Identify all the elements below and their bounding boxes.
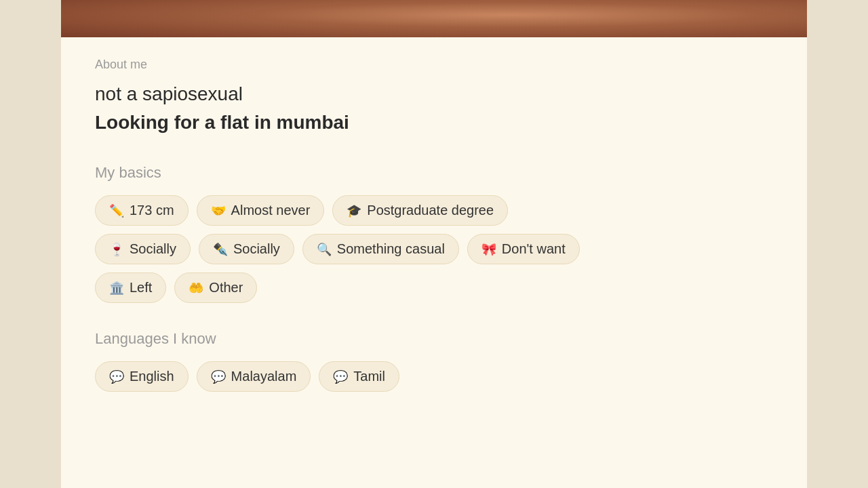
tag-religion-label: Other xyxy=(209,280,243,296)
basics-tags-row-2: 🍷 Socially ✒️ Socially 🔍 Something casua… xyxy=(95,234,773,264)
languages-section: Languages I know 💬 English 💬 Malayalam 💬… xyxy=(95,330,773,392)
tag-tamil: 💬 Tamil xyxy=(319,361,399,392)
tag-drinking: 🤝 Almost never xyxy=(197,195,325,226)
languages-title: Languages I know xyxy=(95,330,773,348)
tag-malayalam-label: Malayalam xyxy=(231,369,297,384)
tag-height: ✏️ 173 cm xyxy=(95,195,189,226)
tag-english-label: English xyxy=(130,369,174,384)
pencil-icon: ✏️ xyxy=(109,203,124,218)
page-container: About me not a sapiosexual Looking for a… xyxy=(61,0,807,488)
tag-english: 💬 English xyxy=(95,361,189,392)
tag-smoking: ✒️ Socially xyxy=(199,234,294,264)
tag-politics: 🏛️ Left xyxy=(95,272,166,303)
main-content: About me not a sapiosexual Looking for a… xyxy=(61,37,807,432)
tag-education: 🎓 Postgraduate degree xyxy=(332,195,508,226)
tag-tamil-label: Tamil xyxy=(353,369,385,384)
about-label: About me xyxy=(95,58,773,72)
handshake-icon: 🤝 xyxy=(211,203,226,218)
tag-education-label: Postgraduate degree xyxy=(367,203,494,218)
about-line2-strong: Looking for a flat in mumbai xyxy=(95,112,349,133)
tag-religion: 🤲 Other xyxy=(174,272,257,303)
tag-politics-label: Left xyxy=(130,280,152,296)
hero-image xyxy=(61,0,807,37)
pen-icon: ✒️ xyxy=(213,242,228,257)
basics-tags-row-3: 🏛️ Left 🤲 Other xyxy=(95,272,773,303)
tag-looking-for: 🔍 Something casual xyxy=(302,234,459,264)
wine-icon: 🍷 xyxy=(109,242,124,257)
tag-alcohol: 🍷 Socially xyxy=(95,234,191,264)
chat-icon-tamil: 💬 xyxy=(333,369,348,384)
tag-looking-for-label: Something casual xyxy=(337,241,445,257)
language-tags-row: 💬 English 💬 Malayalam 💬 Tamil xyxy=(95,361,773,392)
basics-title: My basics xyxy=(95,164,773,182)
tag-kids: 🎀 Don't want xyxy=(467,234,580,264)
hands-icon: 🤲 xyxy=(189,281,203,296)
search-icon: 🔍 xyxy=(317,242,332,257)
tag-malayalam: 💬 Malayalam xyxy=(197,361,311,392)
ribbon-icon: 🎀 xyxy=(481,242,496,257)
tag-smoking-label: Socially xyxy=(233,241,280,257)
chat-icon-english: 💬 xyxy=(109,369,124,384)
about-text: not a sapiosexual Looking for a flat in … xyxy=(95,80,773,137)
about-line2: Looking for a flat in mumbai xyxy=(95,108,773,137)
chat-icon-malayalam: 💬 xyxy=(211,369,226,384)
tag-alcohol-label: Socially xyxy=(130,241,176,257)
basics-section: My basics ✏️ 173 cm 🤝 Almost never 🎓 Pos… xyxy=(95,164,773,303)
basics-tags-row-1: ✏️ 173 cm 🤝 Almost never 🎓 Postgraduate … xyxy=(95,195,773,226)
bank-icon: 🏛️ xyxy=(109,281,124,296)
about-line1: not a sapiosexual xyxy=(95,80,773,108)
tag-drinking-label: Almost never xyxy=(231,203,311,218)
about-section: About me not a sapiosexual Looking for a… xyxy=(95,58,773,137)
tag-kids-label: Don't want xyxy=(502,241,566,257)
tag-height-label: 173 cm xyxy=(130,203,174,218)
graduation-icon: 🎓 xyxy=(347,203,361,218)
